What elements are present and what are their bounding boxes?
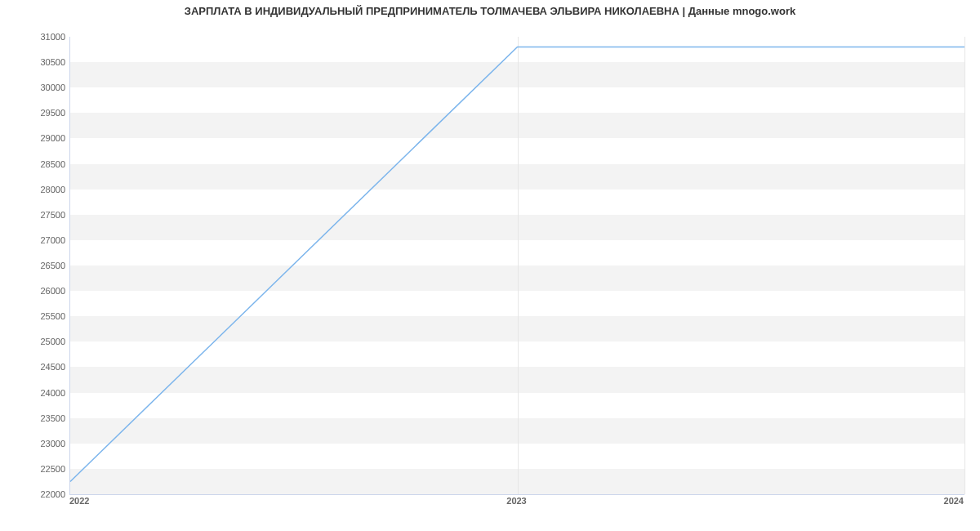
x-tick-label: 2022	[69, 496, 89, 506]
series-line	[70, 47, 964, 481]
y-tick-label: 25000	[0, 337, 65, 346]
y-tick-label: 31000	[0, 32, 65, 42]
y-tick-label: 25500	[0, 311, 65, 321]
line-series	[70, 37, 964, 494]
y-tick-label: 26500	[0, 261, 65, 270]
y-tick-label: 23500	[0, 413, 65, 423]
y-tick-label: 28000	[0, 185, 65, 194]
grid-vline	[964, 37, 965, 494]
y-axis-ticks: 2200022500230002350024000245002500025500…	[0, 37, 65, 494]
y-tick-label: 27500	[0, 210, 65, 220]
y-tick-label: 24500	[0, 362, 65, 372]
x-axis-ticks: 202220232024	[69, 496, 964, 512]
y-tick-label: 26000	[0, 286, 65, 296]
y-tick-label: 28500	[0, 159, 65, 169]
y-tick-label: 23000	[0, 439, 65, 448]
plot-area	[69, 37, 964, 495]
y-tick-label: 30500	[0, 57, 65, 67]
chart-title: ЗАРПЛАТА В ИНДИВИДУАЛЬНЫЙ ПРЕДПРИНИМАТЕЛ…	[0, 5, 980, 17]
y-tick-label: 29500	[0, 108, 65, 118]
y-tick-label: 22000	[0, 489, 65, 499]
y-tick-label: 27000	[0, 235, 65, 245]
y-tick-label: 22500	[0, 464, 65, 474]
y-tick-label: 24000	[0, 388, 65, 398]
x-tick-label: 2023	[506, 496, 526, 506]
x-tick-label: 2024	[944, 496, 964, 506]
chart-container: ЗАРПЛАТА В ИНДИВИДУАЛЬНЫЙ ПРЕДПРИНИМАТЕЛ…	[0, 0, 980, 531]
y-tick-label: 29000	[0, 133, 65, 143]
y-tick-label: 30000	[0, 83, 65, 92]
